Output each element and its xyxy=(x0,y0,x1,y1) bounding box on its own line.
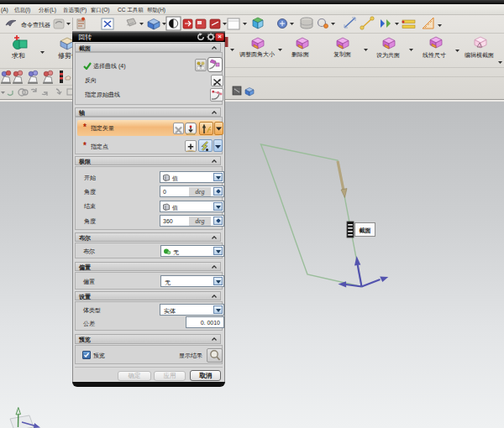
svg-text:截面: 截面 xyxy=(359,227,371,234)
